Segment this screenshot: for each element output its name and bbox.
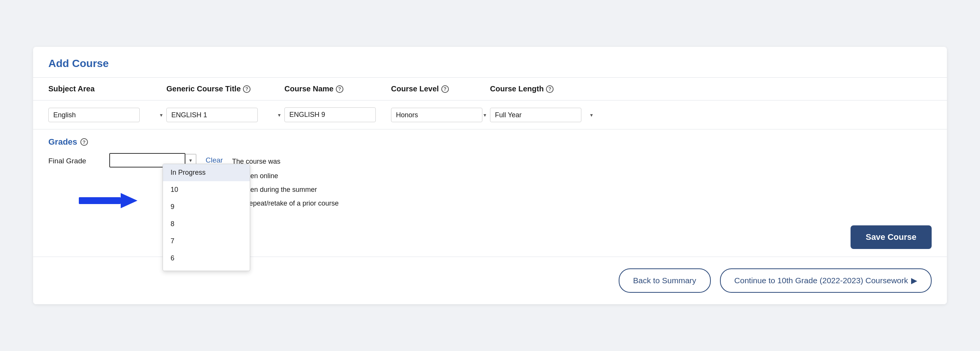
grade-dropdown-inner: In Progress 10 9 8 7 6 5 4 3 (163, 164, 250, 271)
course-level-select[interactable]: Honors (391, 108, 482, 122)
save-course-button[interactable]: Save Course (851, 225, 932, 249)
col-subject-area: Subject Area (48, 85, 166, 93)
course-level-wrapper: Honors ▾ (391, 108, 490, 122)
generic-title-help-icon[interactable]: ? (243, 85, 251, 93)
arrow-indicator (79, 193, 137, 208)
card-header: Add Course (33, 47, 947, 78)
grades-section: Grades ? Final Grade ▾ (33, 129, 947, 218)
course-length-select[interactable]: Full Year (490, 108, 581, 122)
col-generic-course-title: Generic Course Title ? (166, 85, 284, 93)
final-grade-wrapper: ▾ In Progress 10 9 8 7 6 5 4 (109, 153, 196, 168)
course-level-help-icon[interactable]: ? (441, 85, 449, 93)
back-to-summary-button[interactable]: Back to Summary (619, 268, 711, 293)
col-course-level-label: Course Level (391, 85, 439, 93)
col-course-name-label: Course Name (284, 85, 334, 93)
grade-dropdown: In Progress 10 9 8 7 6 5 4 3 (163, 164, 250, 271)
grades-label: Grades ? (48, 137, 932, 147)
page-title: Add Course (48, 57, 109, 69)
page-container: Add Course Subject Area Generic Course T… (0, 0, 980, 351)
subject-area-wrapper: English ▾ (48, 108, 166, 122)
continue-arrow-icon: ▶ (911, 276, 917, 285)
dropdown-item-7[interactable]: 7 (163, 233, 250, 250)
table-header: Subject Area Generic Course Title ? Cour… (33, 78, 947, 101)
continue-label: Continue to 10th Grade (2022-2023) Cours… (734, 276, 908, 285)
course-name-cell (284, 107, 391, 122)
grade-chevron-icon: ▾ (189, 157, 192, 163)
dropdown-item-9[interactable]: 9 (163, 198, 250, 215)
grades-row: Final Grade ▾ In Progress 10 (48, 153, 932, 218)
generic-course-title-wrapper: ENGLISH 1 ▾ (166, 108, 284, 122)
arrow-head (121, 193, 137, 208)
taken-summer-label: taken during the summer (241, 183, 317, 196)
col-course-length-label: Course Length (490, 85, 544, 93)
col-generic-title-label: Generic Course Title (166, 85, 241, 93)
generic-course-title-select[interactable]: ENGLISH 1 (166, 108, 258, 122)
course-level-chevron-icon: ▾ (484, 112, 486, 118)
final-grade-label: Final Grade (48, 153, 102, 165)
course-name-input[interactable] (284, 107, 376, 122)
dropdown-item-6[interactable]: 6 (163, 250, 250, 267)
course-name-help-icon[interactable]: ? (336, 85, 343, 93)
col-course-name: Course Name ? (284, 85, 391, 93)
col-subject-area-label: Subject Area (48, 85, 95, 93)
subject-area-select[interactable]: English (48, 108, 140, 122)
dropdown-item-8[interactable]: 8 (163, 215, 250, 233)
dropdown-item-10[interactable]: 10 (163, 181, 250, 198)
generic-course-chevron-icon: ▾ (278, 112, 281, 118)
course-length-help-icon[interactable]: ? (546, 85, 554, 93)
dropdown-item-5[interactable]: 5 (163, 267, 250, 271)
course-length-chevron-icon: ▾ (590, 112, 593, 118)
col-course-length: Course Length ? (490, 85, 597, 93)
main-card: Add Course Subject Area Generic Course T… (33, 47, 947, 304)
continue-button[interactable]: Continue to 10th Grade (2022-2023) Cours… (720, 268, 932, 293)
subject-area-chevron-icon: ▾ (160, 112, 163, 118)
col-course-level: Course Level ? (391, 85, 490, 93)
grades-label-text: Grades (48, 137, 77, 147)
repeat-retake-label: a repeat/retake of a prior course (241, 196, 338, 210)
table-data-row: English ▾ ENGLISH 1 ▾ Honors ▾ (33, 101, 947, 129)
course-length-wrapper: Full Year ▾ (490, 108, 597, 122)
dropdown-item-in-progress[interactable]: In Progress (163, 164, 250, 181)
arrow-shaft (79, 197, 121, 204)
grades-help-icon[interactable]: ? (80, 138, 88, 146)
